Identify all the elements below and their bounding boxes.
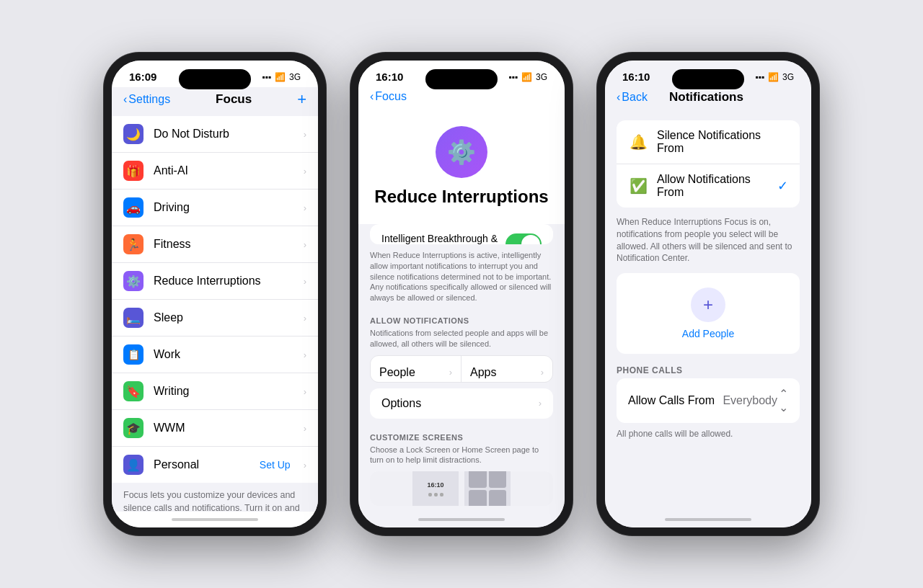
allow-icon: ✅ — [628, 176, 648, 196]
status-icons-3: ▪▪▪ 📶 3G — [755, 72, 794, 82]
add-button-1[interactable]: + — [297, 90, 306, 109]
chevron-left-icon-1: ‹ — [123, 93, 127, 106]
chevron-icon: › — [304, 349, 306, 360]
sleep-label: Sleep — [154, 311, 293, 324]
home-indicator-3 — [605, 512, 811, 527]
dynamic-island-3 — [672, 69, 744, 89]
chevron-icon: › — [304, 423, 306, 434]
chevron-icon: › — [304, 202, 306, 213]
list-item-reduce-interruptions[interactable]: ⚙️ Reduce Interruptions › — [112, 263, 318, 300]
p2-scroll: ⚙️ Reduce Interruptions Intelligent Brea… — [358, 109, 565, 512]
wifi-icon-2: 📶 — [521, 72, 532, 82]
hero-icon-container: ⚙️ — [358, 109, 565, 187]
phone-1: 16:09 ▪▪▪ 📶 3G ‹ Settings Focus + 🌙 — [103, 52, 327, 536]
breakthrough-toggle[interactable] — [505, 233, 542, 244]
chevron-icon: › — [304, 313, 306, 324]
options-row[interactable]: Options › — [370, 388, 553, 419]
back-button-3[interactable]: ‹ Back — [617, 91, 648, 104]
options-chevron: › — [539, 398, 542, 409]
chevron-up-down-icon: ⌃⌄ — [779, 387, 788, 414]
status-time-2: 16:10 — [376, 71, 403, 83]
people-label: People — [379, 366, 415, 379]
home-indicator-1 — [112, 512, 318, 527]
chevron-icon: › — [304, 239, 306, 250]
chevron-left-icon-3: ‹ — [617, 91, 620, 104]
apps-cell[interactable]: Apps › None allowed — [462, 356, 552, 383]
preview-homescreen — [464, 471, 511, 506]
checkmark-icon: ✓ — [777, 178, 788, 194]
notifications-section: 🔔 Silence Notifications From ✅ Allow Not… — [605, 112, 811, 512]
status-time-1: 16:09 — [129, 71, 156, 83]
list-item-driving[interactable]: 🚗 Driving › — [112, 190, 318, 226]
phone-3: 16:10 ▪▪▪ 📶 3G ‹ Back Notifications 🔔 Si — [596, 52, 820, 536]
do-not-disturb-icon: 🌙 — [123, 124, 143, 144]
phone-calls-header: PHONE CALLS — [605, 360, 811, 378]
set-up-action[interactable]: Set Up — [260, 459, 291, 471]
back-button-1[interactable]: ‹ Settings — [123, 93, 170, 106]
apps-chevron: › — [541, 367, 544, 378]
list-item-do-not-disturb[interactable]: 🌙 Do Not Disturb › — [112, 116, 318, 153]
personal-label: Personal — [154, 458, 249, 471]
toggle-label-2: Intelligent Breakthrough & Silencing — [381, 233, 505, 244]
home-bar-2 — [418, 518, 505, 521]
list-item-anti-ai[interactable]: 🎁 Anti-AI › — [112, 153, 318, 190]
page-title-1: Focus — [216, 92, 252, 107]
add-people-label: Add People — [682, 328, 734, 339]
silence-notifications-item[interactable]: 🔔 Silence Notifications From — [617, 120, 800, 164]
customize-desc: Choose a Lock Screen or Home Screen page… — [358, 445, 565, 472]
battery-icon-1: 3G — [289, 72, 301, 82]
fitness-icon: 🏃 — [123, 234, 143, 254]
list-item-fitness[interactable]: 🏃 Fitness › — [112, 226, 318, 263]
apps-header: Apps › — [470, 366, 544, 379]
chevron-icon: › — [304, 386, 306, 397]
signal-icon-2: ▪▪▪ — [508, 72, 518, 82]
allow-header: ALLOW NOTIFICATIONS — [358, 311, 565, 328]
battery-icon-3: 3G — [782, 72, 794, 82]
phone-2: 16:10 ▪▪▪ 📶 3G ‹ Focus ⚙️ Reduce Interru… — [350, 52, 573, 536]
list-item-personal[interactable]: 👤 Personal Set Up › — [112, 447, 318, 483]
allow-notifications-item[interactable]: ✅ Allow Notifications From ✓ — [617, 164, 800, 208]
allow-calls-row[interactable]: Allow Calls From Everybody ⌃⌄ — [617, 378, 800, 423]
list-item-writing[interactable]: 🔖 Writing › — [112, 373, 318, 410]
scroll-content-1: 🌙 Do Not Disturb › 🎁 Anti-AI › 🚗 Driving… — [112, 116, 318, 512]
wifi-icon-1: 📶 — [275, 72, 286, 82]
options-label: Options — [381, 397, 421, 410]
back-button-2[interactable]: ‹ Focus — [370, 90, 407, 103]
wwm-icon: 🎓 — [123, 418, 143, 438]
allow-desc: Notifications from selected people and a… — [358, 328, 565, 355]
status-icons-1: ▪▪▪ 📶 3G — [262, 72, 301, 82]
list-item-wwm[interactable]: 🎓 WWM › — [112, 410, 318, 447]
allow-calls-value: Everybody ⌃⌄ — [723, 387, 788, 414]
dynamic-island-2 — [425, 69, 498, 89]
silence-icon: 🔔 — [628, 132, 648, 152]
work-icon: 📋 — [123, 344, 143, 365]
focus-info-text: Focus lets you customize your devices an… — [112, 484, 318, 512]
status-icons-2: ▪▪▪ 📶 3G — [508, 72, 547, 82]
wwm-label: WWM — [154, 422, 293, 435]
writing-icon: 🔖 — [123, 381, 143, 401]
toggle-row-2: Intelligent Breakthrough & Silencing — [370, 224, 553, 244]
chevron-icon: › — [304, 460, 306, 471]
people-header: People › — [379, 366, 452, 379]
driving-icon: 🚗 — [123, 197, 143, 218]
reduce-interruptions-label: Reduce Interruptions — [154, 275, 293, 288]
reduce-interruptions-hero-icon: ⚙️ — [436, 126, 487, 178]
list-item-sleep[interactable]: 🛏️ Sleep › — [112, 300, 318, 337]
people-chevron: › — [449, 367, 452, 378]
hero-section: ⚙️ Reduce Interruptions — [358, 109, 565, 224]
nav-bar-3: ‹ Back Notifications — [605, 87, 811, 112]
driving-label: Driving — [154, 201, 293, 214]
home-bar — [172, 518, 258, 521]
chevron-icon: › — [304, 166, 306, 177]
list-item-work[interactable]: 📋 Work › — [112, 337, 318, 373]
add-people-box[interactable]: + Add People — [617, 273, 800, 354]
preview-dots — [428, 493, 443, 496]
people-cell[interactable]: People › None allowed — [371, 356, 462, 383]
sleep-icon: 🛏️ — [123, 308, 143, 328]
allow-calls-label: Allow Calls From — [628, 394, 715, 407]
anti-ai-label: Anti-AI — [154, 164, 293, 177]
page-title-3: Notifications — [669, 90, 743, 104]
top-spacer — [605, 112, 811, 120]
personal-icon: 👤 — [123, 455, 143, 475]
dynamic-island-1 — [179, 69, 251, 89]
